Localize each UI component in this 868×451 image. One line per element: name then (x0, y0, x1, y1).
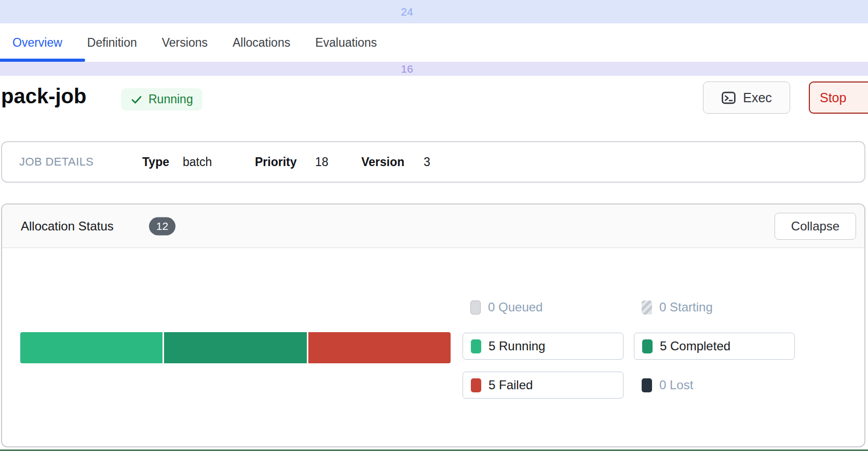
terminal-icon (721, 90, 736, 105)
job-detail-value-type: batch (183, 155, 212, 169)
legend-item-queued: 0 Queued (463, 294, 623, 321)
legend-label-starting: 0 Starting (659, 300, 713, 315)
page-title: pack-job (1, 85, 86, 108)
allocation-stacked-bar (20, 332, 451, 363)
allocation-panel-title: Allocation Status (21, 219, 114, 234)
tab-list: OverviewDefinitionVersionsAllocationsEva… (12, 23, 377, 62)
job-detail-label-priority: Priority (255, 155, 297, 169)
tab-allocations[interactable]: Allocations (233, 36, 290, 50)
tab-evaluations[interactable]: Evaluations (315, 36, 377, 50)
job-detail-value-version: 3 (424, 155, 430, 169)
job-detail-label-type: Type (142, 155, 169, 169)
legend-label-failed: 5 Failed (489, 378, 533, 392)
bar-segment-running[interactable] (20, 332, 162, 363)
legend-item-starting: 0 Starting (634, 294, 795, 321)
legend-label-completed: 5 Completed (660, 339, 730, 353)
status-label: Running (148, 92, 193, 106)
job-detail-label-version: Version (361, 155, 404, 169)
tab-versions[interactable]: Versions (162, 36, 208, 50)
job-details-heading: JOB DETAILS (19, 155, 93, 169)
legend-swatch-queued (470, 300, 481, 315)
tab-overview[interactable]: Overview (12, 36, 62, 50)
legend-item-completed[interactable]: 5 Completed (634, 333, 795, 360)
status-badge: Running (121, 88, 202, 111)
legend-swatch-lost (642, 378, 652, 392)
allocation-count-badge: 12 (149, 217, 175, 235)
legend-item-failed[interactable]: 5 Failed (463, 372, 623, 399)
bar-segment-completed[interactable] (164, 332, 306, 363)
stop-label: Stop (820, 90, 846, 105)
allocation-status-panel: Allocation Status 12 Collapse 0 Queued0 … (1, 203, 865, 447)
collapse-button[interactable]: Collapse (775, 213, 856, 240)
exec-button[interactable]: Exec (703, 81, 790, 114)
legend-label-queued: 0 Queued (488, 300, 542, 315)
spacing-overlay-middle: 16 (0, 62, 868, 76)
job-detail-value-priority: 18 (315, 155, 329, 169)
legend-label-lost: 0 Lost (659, 378, 693, 392)
job-details-bar: JOB DETAILS TypebatchPriority18Version3 (1, 141, 865, 183)
exec-label: Exec (743, 90, 772, 105)
spacing-overlay-top: 24 (0, 0, 868, 23)
allocation-panel-header: Allocation Status 12 Collapse (2, 204, 864, 248)
allocation-legend: 0 Queued0 Starting5 Running5 Completed5 … (463, 294, 795, 399)
legend-item-lost: 0 Lost (634, 372, 795, 399)
spacing-value-middle: 16 (401, 63, 413, 75)
legend-swatch-completed (642, 339, 653, 353)
bar-segment-failed[interactable] (308, 332, 451, 363)
stop-button[interactable]: Stop (809, 81, 868, 114)
legend-swatch-failed (471, 378, 481, 392)
tab-bar: OverviewDefinitionVersionsAllocationsEva… (0, 23, 868, 62)
legend-item-running[interactable]: 5 Running (463, 333, 623, 360)
tab-definition[interactable]: Definition (87, 36, 137, 50)
legend-swatch-starting (642, 300, 652, 315)
legend-label-running: 5 Running (489, 339, 545, 353)
check-icon (130, 93, 143, 106)
legend-swatch-running (471, 339, 481, 353)
spacing-value-top: 24 (401, 6, 413, 18)
